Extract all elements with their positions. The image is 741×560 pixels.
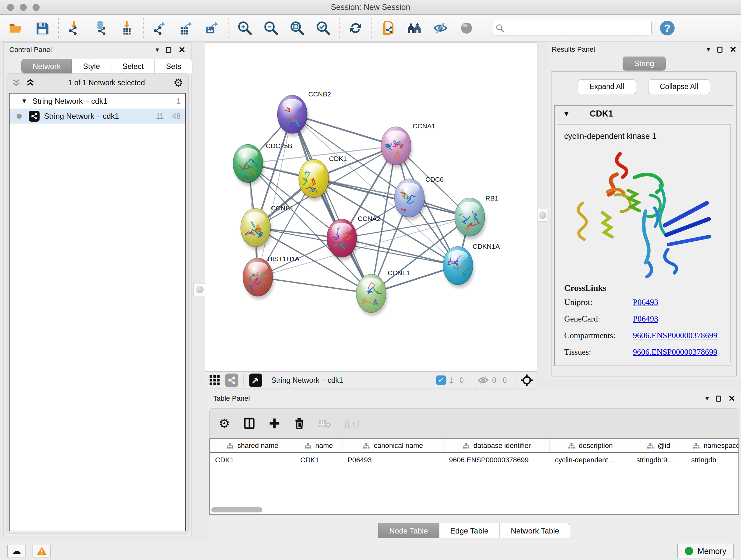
delete-column-trash-icon[interactable] [293, 417, 306, 429]
delete-table-icon [318, 417, 332, 429]
open-session-button[interactable] [8, 20, 23, 36]
table-panel-collapse-icon[interactable]: ▾ [705, 395, 709, 402]
crosslinks-block: CrossLinks Uniprot: P06493 GeneCard: P06… [557, 283, 731, 363]
crosslink-link[interactable]: 9606.ENSP00000378699 [633, 331, 718, 340]
table-cell[interactable]: stringdb:9... [631, 453, 686, 467]
results-panel-float-icon[interactable] [717, 47, 723, 53]
svg-text:CDKN1A: CDKN1A [473, 243, 500, 250]
column-header-canonicalname[interactable]: canonical name [342, 439, 444, 452]
control-panel-tabs: NetworkStyleSelectSets [21, 59, 191, 73]
cdk1-section-body: cyclin-dependent kinase 1 [557, 124, 731, 363]
table-horizontal-scrollbar[interactable] [211, 507, 262, 512]
svg-text:CCNA2: CCNA2 [358, 215, 381, 222]
network-collection-row[interactable]: ▼ String Network – cdk1 1 [10, 94, 185, 109]
table-options-gear-icon[interactable]: ⚙ [219, 417, 230, 430]
table-row[interactable]: CDK1CDK1P064939606.ENSP00000378699cyclin… [210, 453, 738, 467]
cdk1-section: ▼ CDK1 cyclin-dependent kinase 1 [554, 105, 733, 366]
left-splitter-handle[interactable] [193, 283, 206, 296]
column-header-sharedname[interactable]: shared name [210, 439, 295, 452]
string-network-graph[interactable]: CCNB2CCNA1CDC25BCDK1CDC6RB1CCNB1CCNA2CDK… [205, 43, 537, 371]
zoom-fit-button[interactable] [289, 20, 305, 36]
help-button[interactable]: ? [660, 21, 675, 36]
cdk1-section-header[interactable]: ▼ CDK1 [555, 106, 733, 122]
current-network-name: String Network – cdk1 [271, 376, 436, 385]
table-cell[interactable]: stringdb [686, 453, 739, 467]
tab-network[interactable]: Network [21, 59, 72, 73]
collection-expand-caret-icon[interactable]: ▼ [21, 98, 27, 105]
control-panel-collapse-icon[interactable]: ▾ [155, 46, 159, 53]
hidden-items-eye-slash-icon [477, 375, 489, 385]
column-header-name[interactable]: name [295, 439, 342, 452]
table-cell[interactable]: CDK1 [210, 453, 295, 467]
show-all-button[interactable] [459, 20, 474, 36]
export-network-button[interactable] [152, 20, 167, 36]
network-selected-summary: 1 of 1 Network selected [40, 78, 174, 87]
results-panel-collapse-icon[interactable]: ▾ [706, 46, 710, 53]
table-cell[interactable]: 9606.ENSP00000378699 [444, 453, 550, 467]
zoom-in-button[interactable] [237, 20, 252, 36]
tab-string[interactable]: String [623, 57, 666, 71]
control-panel-float-icon[interactable] [166, 47, 172, 53]
selected-nodes-checkbox-icon[interactable]: ✓ [436, 375, 446, 385]
network-snapshot-button[interactable] [381, 20, 396, 36]
cdk1-collapse-caret-icon[interactable]: ▼ [563, 110, 570, 118]
hierarchy-icon [463, 442, 470, 449]
expand-all-networks-icon[interactable] [25, 78, 35, 87]
search-input[interactable] [507, 24, 648, 32]
create-column-icon[interactable] [268, 417, 280, 429]
hide-selected-button[interactable] [433, 20, 448, 36]
tab-network-table[interactable]: Network Table [500, 523, 570, 538]
import-network-from-database-button[interactable] [93, 20, 109, 36]
table-cell[interactable]: cyclin-dependent ... [550, 453, 631, 467]
network-row[interactable]: String Network – cdk1 11 48 [10, 109, 185, 124]
right-splitter-handle[interactable] [538, 209, 547, 222]
collapse-all-networks-icon[interactable] [11, 78, 21, 87]
tab-select[interactable]: Select [111, 59, 155, 73]
results-panel-close-icon[interactable]: ✕ [730, 45, 737, 54]
column-header-namespace[interactable]: namespace [686, 439, 739, 452]
zoom-out-button[interactable] [263, 20, 278, 36]
protein-structure-image [569, 144, 719, 281]
export-table-button[interactable] [178, 20, 193, 36]
table-panel-float-icon[interactable] [716, 395, 721, 401]
crosslink-link[interactable]: P06493 [633, 298, 658, 307]
cdk1-section-title: CDK1 [590, 109, 613, 119]
network-view-canvas[interactable]: CCNB2CCNA1CDC25BCDK1CDC6RB1CCNB1CCNA2CDK… [205, 43, 537, 372]
grid-view-icon[interactable] [209, 374, 220, 386]
fit-selected-crosshair-icon[interactable] [521, 374, 533, 387]
export-image-button[interactable] [204, 20, 219, 36]
node-table[interactable]: shared namenamecanonical namedatabase id… [209, 438, 739, 515]
table-cell[interactable]: P06493 [342, 453, 444, 467]
hierarchy-icon [226, 442, 233, 449]
control-panel-close-icon[interactable]: ✕ [179, 46, 185, 54]
tab-node-table[interactable]: Node Table [378, 523, 439, 538]
import-table-button[interactable] [119, 20, 135, 36]
column-header-id[interactable]: @id [631, 439, 686, 452]
save-session-button[interactable] [35, 20, 50, 36]
column-header-description[interactable]: description [550, 439, 631, 452]
tab-sets[interactable]: Sets [155, 59, 192, 73]
crosslink-row: Compartments: 9606.ENSP00000378699 [564, 331, 731, 340]
tab-edge-table[interactable]: Edge Table [439, 523, 500, 538]
table-cell[interactable]: CDK1 [295, 453, 342, 467]
network-options-gear-icon[interactable]: ⚙ [174, 77, 183, 88]
zoom-selected-button[interactable] [315, 20, 331, 36]
crosslink-link[interactable]: P06493 [633, 314, 658, 324]
warnings-button[interactable] [32, 545, 51, 557]
import-network-button[interactable] [67, 20, 82, 36]
search-field[interactable] [492, 21, 652, 36]
network-share-icon[interactable] [225, 374, 239, 387]
group-nodes-button[interactable] [407, 20, 422, 36]
collapse-all-button[interactable]: Collapse All [648, 79, 710, 94]
table-panel-close-icon[interactable]: ✕ [728, 394, 735, 402]
show-columns-icon[interactable] [243, 417, 256, 430]
tab-style[interactable]: Style [72, 59, 111, 73]
expand-all-button[interactable]: Expand All [578, 79, 636, 94]
titlebar: Session: New Session [0, 0, 741, 15]
memory-button[interactable]: Memory [677, 544, 734, 558]
apply-layout-button[interactable] [348, 20, 363, 36]
cloud-status-button[interactable]: ☁ [7, 545, 25, 557]
crosslink-link[interactable]: 9606.ENSP00000378699 [633, 348, 718, 357]
birds-eye-view-icon[interactable] [249, 374, 262, 387]
column-header-databaseidentifier[interactable]: database identifier [444, 439, 550, 452]
